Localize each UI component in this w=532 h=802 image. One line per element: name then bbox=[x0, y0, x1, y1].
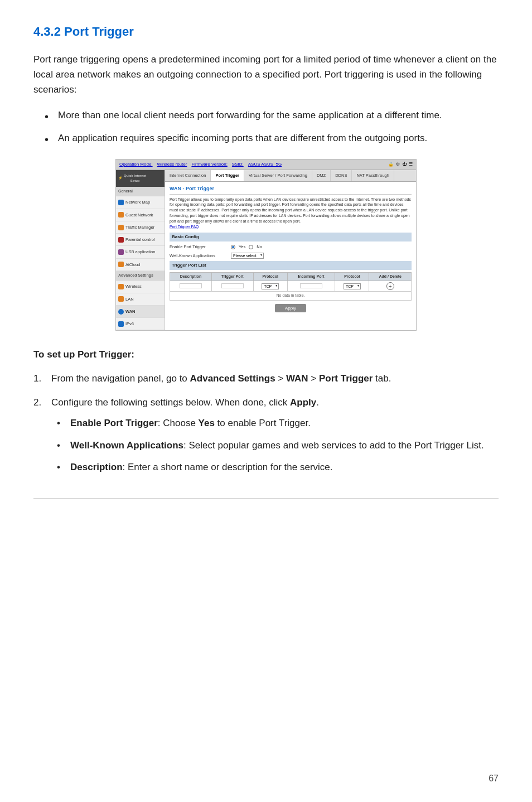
description-label-text: Description bbox=[70, 462, 123, 472]
add-delete-cell: + bbox=[369, 281, 412, 292]
basic-config-header: Basic Config bbox=[170, 233, 412, 241]
sidebar-item-parental-control[interactable]: Parental control bbox=[116, 234, 165, 246]
power-icon: ⏻ bbox=[402, 161, 407, 168]
add-button[interactable]: + bbox=[386, 282, 394, 290]
well-known-select[interactable]: Please select bbox=[231, 253, 264, 259]
settings-icon: ⚙ bbox=[396, 161, 400, 168]
enable-port-trigger-label: Enable Port Trigger bbox=[170, 244, 231, 250]
col-protocol-trigger: Protocol bbox=[253, 272, 287, 281]
tab-dmz[interactable]: DMZ bbox=[312, 170, 331, 181]
trigger-port-table: Description Trigger Port Protocol Incomi… bbox=[170, 272, 412, 301]
ipv6-icon bbox=[118, 321, 124, 327]
page-number: 67 bbox=[489, 772, 499, 785]
sidebar-item-usb-application[interactable]: USB application bbox=[116, 246, 165, 258]
sidebar-label-aicloud: AiCloud bbox=[125, 262, 140, 268]
section-title: 4.3.2 Port Trigger bbox=[33, 22, 499, 41]
sub-content-well-known: Well-Known Applications: Select popular … bbox=[70, 438, 499, 453]
advanced-settings-section: Advanced Settings bbox=[116, 271, 165, 281]
topbar-icons: 🔒 ⚙ ⏻ ☰ bbox=[388, 161, 413, 168]
menu-icon: ☰ bbox=[409, 161, 413, 168]
tab-virtual-server[interactable]: Virtual Server / Port Forwarding bbox=[244, 170, 312, 181]
instructions-title: To set up Port Trigger: bbox=[33, 347, 499, 362]
asus-icon: ⚡ bbox=[118, 176, 122, 181]
topbar-left: Operation Mode: Wireless router Firmware… bbox=[119, 161, 282, 168]
trigger-port-list-header: Trigger Port List bbox=[170, 261, 412, 270]
wan-description: Port Trigger allows you to temporarily o… bbox=[170, 197, 412, 230]
protocol-select-incoming[interactable]: TCP bbox=[344, 283, 361, 289]
tab-port-trigger[interactable]: Port Trigger bbox=[211, 170, 244, 181]
col-add-delete: Add / Delete bbox=[369, 272, 412, 281]
col-protocol-incoming: Protocol bbox=[335, 272, 369, 281]
sub-item-enable-port-trigger: • Enable Port Trigger: Choose Yes to ena… bbox=[51, 416, 499, 431]
sidebar-label-usb-application: USB application bbox=[125, 249, 155, 255]
description-input[interactable] bbox=[180, 283, 202, 288]
traffic-manager-icon bbox=[118, 225, 124, 230]
wireless-icon bbox=[118, 284, 124, 289]
operation-mode-label: Operation Mode: bbox=[119, 161, 153, 168]
sidebar-item-lan[interactable]: LAN bbox=[116, 293, 165, 306]
well-known-select-wrap[interactable]: Please select bbox=[231, 253, 264, 259]
router-sidebar: ⚡ Quick Internet Setup General Network M… bbox=[116, 170, 165, 331]
col-description: Description bbox=[170, 272, 212, 281]
lock-icon: 🔒 bbox=[388, 161, 394, 168]
sidebar-item-wireless[interactable]: Wireless bbox=[116, 281, 165, 293]
tab-nat-passthrough[interactable]: NAT Passthrough bbox=[352, 170, 394, 181]
step-1-bold-1: Advanced Settings bbox=[190, 373, 275, 384]
general-section: General bbox=[116, 187, 165, 197]
trigger-port-input[interactable] bbox=[221, 283, 244, 288]
tab-internet-connection[interactable]: Internet Connection bbox=[165, 170, 211, 181]
sub-content-enable: Enable Port Trigger: Choose Yes to enabl… bbox=[70, 416, 499, 431]
tcp-select-wrap-incoming[interactable]: TCP bbox=[344, 283, 361, 290]
quick-internet-setup: Quick Internet bbox=[124, 173, 146, 178]
trigger-input-row: TCP TCP bbox=[170, 281, 412, 292]
trigger-port-input-cell bbox=[211, 281, 253, 292]
sidebar-label-ipv6: IPv6 bbox=[125, 321, 134, 327]
no-radio[interactable] bbox=[249, 245, 253, 249]
parental-control-icon bbox=[118, 237, 124, 243]
tcp-select-cell-incoming: TCP bbox=[335, 281, 369, 292]
step-1-content: From the navigation panel, go to Advance… bbox=[51, 371, 499, 386]
sidebar-item-guest-network[interactable]: Guest Network bbox=[116, 209, 165, 221]
bullet-icon-1: • bbox=[57, 416, 70, 431]
bullet-icon-3: • bbox=[57, 460, 70, 475]
ssid-label: SSID: bbox=[232, 161, 244, 168]
sidebar-item-ipv6[interactable]: IPv6 bbox=[116, 318, 165, 330]
step-1: 1. From the navigation panel, go to Adva… bbox=[33, 371, 499, 386]
tcp-select-wrap-trigger[interactable]: TCP bbox=[262, 283, 279, 290]
page-divider bbox=[33, 498, 499, 499]
lan-icon bbox=[118, 296, 124, 302]
port-trigger-faq-link[interactable]: Port Trigger FAQ bbox=[170, 225, 199, 229]
sidebar-item-network-map[interactable]: Network Map bbox=[116, 196, 165, 209]
sidebar-label-lan: LAN bbox=[125, 296, 134, 302]
wan-icon bbox=[118, 309, 124, 315]
protocol-select-trigger[interactable]: TCP bbox=[262, 283, 279, 289]
step-1-bold-2: WAN bbox=[286, 373, 308, 384]
usb-application-icon bbox=[118, 249, 124, 255]
yes-text: Yes bbox=[199, 418, 215, 428]
tcp-select-cell-trigger: TCP bbox=[253, 281, 287, 292]
step-1-num: 1. bbox=[33, 371, 51, 386]
col-incoming-port: Incoming Port bbox=[287, 272, 335, 281]
router-topbar: Operation Mode: Wireless router Firmware… bbox=[116, 160, 416, 170]
step-2-num: 2. bbox=[33, 395, 51, 481]
enable-radio-group: Yes No bbox=[231, 244, 262, 250]
enable-port-trigger-label-text: Enable Port Trigger bbox=[70, 418, 158, 428]
apply-button[interactable]: Apply bbox=[275, 304, 306, 312]
no-data-cell: No data in table. bbox=[170, 292, 412, 301]
steps-list: 1. From the navigation panel, go to Adva… bbox=[33, 371, 499, 481]
sidebar-item-traffic-manager[interactable]: Traffic Manager bbox=[116, 221, 165, 234]
yes-radio[interactable] bbox=[231, 245, 235, 249]
description-input-cell bbox=[170, 281, 212, 292]
sub-item-well-known: • Well-Known Applications: Select popula… bbox=[51, 438, 499, 453]
sidebar-item-aicloud[interactable]: AiCloud bbox=[116, 259, 165, 271]
incoming-port-input-cell bbox=[287, 281, 335, 292]
router-logo: ⚡ Quick Internet Setup bbox=[116, 170, 165, 187]
sidebar-item-wan[interactable]: WAN bbox=[116, 306, 165, 318]
tab-ddns[interactable]: DDNS bbox=[331, 170, 352, 181]
scenario-item-2: An application requires specific incomin… bbox=[45, 131, 499, 146]
wan-port-trigger-title: WAN - Port Trigger bbox=[170, 185, 412, 195]
incoming-port-input[interactable] bbox=[300, 283, 322, 288]
router-content: WAN - Port Trigger Port Trigger allows y… bbox=[165, 182, 416, 319]
well-known-label-text: Well-Known Applications bbox=[70, 440, 183, 451]
intro-paragraph: Port range triggering opens a predetermi… bbox=[33, 52, 499, 98]
